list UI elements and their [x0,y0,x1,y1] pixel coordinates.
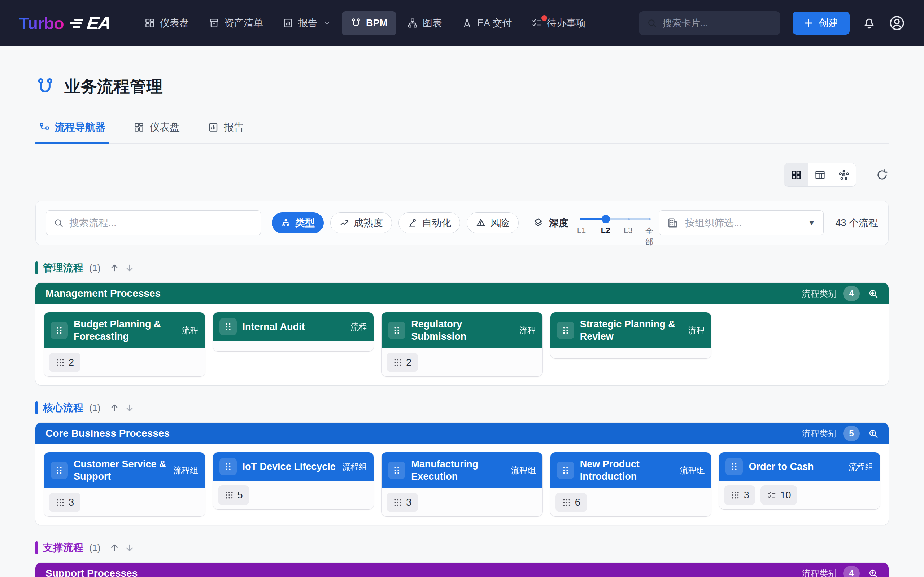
process-card-header: Manufacturing Execution流程组 [381,452,543,488]
nav-right: 创建 [639,11,905,35]
user-menu-button[interactable] [888,15,905,31]
drag-handle[interactable] [725,458,743,475]
card-grid: Budget Planning & Forecasting流程2Internal… [36,305,888,385]
refresh-button[interactable] [876,168,888,181]
process-search[interactable] [46,210,261,235]
move-down-button[interactable] [124,263,135,273]
nav-item-仪表盘[interactable]: 仪表盘 [136,10,198,36]
depth-level-全部[interactable]: 全部 [645,226,653,247]
tab-流程导航器[interactable]: 流程导航器 [36,115,109,143]
process-card[interactable]: Manufacturing Execution流程组3 [381,452,543,516]
drag-handle[interactable] [220,318,237,335]
sub-count-pill[interactable]: 2 [386,353,418,372]
drag-handle[interactable] [220,458,237,475]
drag-handle[interactable] [388,462,405,479]
move-up-button[interactable] [109,403,120,413]
drag-handle[interactable] [557,322,574,339]
org-filter-select[interactable]: 按组织筛选... ▼ [659,210,824,235]
sub-count-pill[interactable]: 3 [49,493,81,512]
tab-仪表盘[interactable]: 仪表盘 [130,115,183,143]
dashboard-icon [144,18,155,29]
depth-slider[interactable]: L1L2L3全部 [580,211,651,234]
nav-item-EA 交付[interactable]: EA 交付 [453,10,520,36]
process-type-badge: 流程组 [174,465,199,476]
grid-view-button[interactable] [784,163,808,187]
process-card-header: New Product Introduction流程组 [551,452,711,488]
nav-item-BPM[interactable]: BPM [342,11,396,35]
depth-level-L2[interactable]: L2 [601,226,611,235]
process-type-badge: 流程组 [511,465,536,476]
robot-arm-icon [407,218,418,228]
filter-chip-类型[interactable]: 类型 [272,213,324,233]
network-view-button[interactable] [832,163,856,187]
depth-level-L1[interactable]: L1 [577,226,586,235]
table-view-button[interactable] [808,163,832,187]
band-badge-label: 流程类别 [802,567,837,577]
sub-count-pill[interactable]: 2 [49,353,81,372]
filter-chip-自动化[interactable]: 自动化 [399,213,460,233]
check-list-sm-icon [767,490,776,500]
tab-报告[interactable]: 报告 [204,115,247,143]
process-card-title: Order to Cash [749,461,843,473]
process-card[interactable]: Customer Service & Support流程组3 [44,452,205,516]
drag-handle[interactable] [557,462,574,479]
drag-handle[interactable] [50,322,68,339]
process-card[interactable]: Strategic Planning & Review流程 [551,312,711,358]
nav-item-label: 待办事项 [547,16,586,29]
process-card-title: Manufacturing Execution [411,458,505,482]
create-button[interactable]: 创建 [793,11,850,35]
process-card-header: Regulatory Submission流程 [381,312,543,348]
move-down-button[interactable] [124,403,135,413]
process-card-footer: 2 [44,348,205,377]
bell-icon [862,16,876,30]
process-card[interactable]: IoT Device Lifecycle流程组5 [213,452,374,509]
compass-icon [462,18,472,29]
main-content: 业务流程管理 流程导航器仪表盘报告 类型成熟度自动化风险 深度 L1L2L3全部… [0,76,924,577]
nav-item-图表[interactable]: 图表 [399,10,451,36]
slider-handle[interactable] [602,215,610,223]
move-up-button[interactable] [109,543,120,553]
zoom-in-button[interactable] [868,428,879,439]
sub-count-value: 6 [575,497,580,508]
nav-item-资产清单[interactable]: 资产清单 [200,10,272,36]
process-count: 43 个流程 [835,216,878,229]
search-icon [53,218,63,228]
process-card[interactable]: Regulatory Submission流程2 [381,312,543,377]
process-card[interactable]: Budget Planning & Forecasting流程2 [44,312,205,377]
sub-count-pill[interactable]: 6 [556,493,587,512]
building-icon [667,217,678,229]
global-search-input[interactable] [663,18,772,29]
process-type-badge: 流程 [519,325,536,336]
sub-count-pill[interactable]: 10 [761,485,797,505]
process-card[interactable]: New Product Introduction流程组6 [551,452,711,516]
app-logo[interactable]: Turbo EA [19,13,110,34]
bpm-flow-icon [351,18,361,29]
sub-count-value: 10 [780,490,791,501]
process-card[interactable]: Order to Cash流程组310 [719,452,880,509]
move-up-button[interactable] [109,263,120,273]
sub-count-pill[interactable]: 5 [218,485,249,505]
drag-handle[interactable] [50,462,68,479]
zoom-in-button[interactable] [868,568,879,577]
drag-handle[interactable] [388,322,405,339]
process-card[interactable]: Internal Audit流程 [213,312,374,351]
nav-item-报告[interactable]: 报告 [274,10,340,36]
section-band-title: Support Processes [45,567,802,577]
nav-item-label: 报告 [298,16,318,29]
nav-item-待办事项[interactable]: 待办事项 [523,10,594,36]
zoom-in-button[interactable] [868,288,879,299]
section-count: (1) [89,542,101,554]
process-card-header: Order to Cash流程组 [719,452,880,481]
depth-level-L3[interactable]: L3 [624,226,632,235]
grid-dots-icon [730,490,740,500]
org-filter-placeholder: 按组织筛选... [685,216,801,229]
filter-bar: 类型成熟度自动化风险 深度 L1L2L3全部 按组织筛选... ▼ 43 个流程 [36,200,888,245]
global-search[interactable] [639,11,780,35]
move-down-button[interactable] [124,543,135,553]
process-search-input[interactable] [69,218,254,229]
sub-count-pill[interactable]: 3 [724,485,756,505]
notifications-button[interactable] [862,16,876,30]
filter-chip-成熟度[interactable]: 成熟度 [330,213,392,233]
filter-chip-风险[interactable]: 风险 [467,213,519,233]
sub-count-pill[interactable]: 3 [386,493,418,512]
